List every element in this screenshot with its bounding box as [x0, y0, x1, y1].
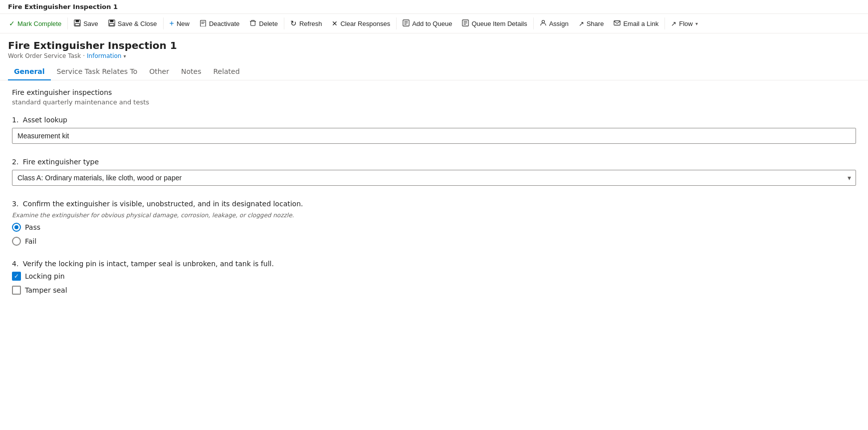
tab-related[interactable]: Related: [207, 63, 245, 80]
email-link-button[interactable]: Email a Link: [609, 16, 663, 31]
tab-general[interactable]: General: [8, 63, 51, 80]
flow-button[interactable]: ↗ Flow ▾: [666, 17, 702, 30]
question-1: 1. Asset lookup: [12, 116, 856, 144]
asset-lookup-input[interactable]: [12, 128, 856, 144]
question-3-hint: Examine the extinguisher for obvious phy…: [12, 212, 856, 219]
question-3-radio-group: Pass Fail: [12, 223, 856, 246]
svg-rect-4: [110, 19, 113, 21]
title-bar-text: Fire Extinguisher Inspection 1: [8, 3, 118, 10]
breadcrumb-separator: ·: [83, 52, 85, 59]
refresh-icon: ↻: [290, 19, 297, 28]
share-icon: ↗: [579, 20, 584, 27]
divider: [284, 17, 284, 29]
breadcrumb2-link[interactable]: Information: [87, 52, 121, 59]
form-content: Fire extinguisher inspections standard q…: [0, 80, 868, 317]
queue-item-details-button[interactable]: Queue Item Details: [457, 16, 532, 31]
question-3-label: 3. Confirm the extinguisher is visible, …: [12, 200, 856, 208]
breadcrumb1: Work Order Service Task: [8, 52, 81, 59]
deactivate-button[interactable]: Deactivate: [195, 16, 244, 31]
fire-extinguisher-type-input[interactable]: [12, 170, 856, 186]
clear-responses-button[interactable]: ✕ Clear Responses: [327, 16, 395, 30]
new-button[interactable]: + New: [165, 16, 195, 30]
save-close-button[interactable]: Save & Close: [103, 16, 162, 31]
svg-rect-2: [75, 23, 80, 25]
check-icon: ✓: [9, 19, 15, 27]
radio-fail[interactable]: Fail: [12, 237, 856, 246]
email-icon: [614, 19, 621, 28]
tab-service-task-relates-to[interactable]: Service Task Relates To: [51, 63, 144, 80]
assign-icon: [540, 19, 547, 28]
mark-complete-button[interactable]: ✓ Mark Complete: [4, 16, 66, 30]
svg-point-18: [542, 20, 544, 22]
locking-pin-label: Locking pin: [25, 272, 65, 280]
tab-notes[interactable]: Notes: [175, 63, 207, 80]
divider: [396, 17, 397, 29]
toolbar: ✓ Mark Complete Save Save & Close + New: [0, 14, 868, 33]
tamper-seal-checkbox: [12, 286, 21, 295]
form-description: Fire extinguisher inspections: [12, 88, 856, 96]
flow-icon: ↗: [671, 20, 676, 27]
question-2-label: 2. Fire extinguisher type: [12, 158, 856, 166]
question-2-number: 2.: [12, 158, 18, 166]
question-3-number: 3.: [12, 200, 18, 208]
queue-icon: [403, 19, 410, 28]
radio-fail-circle: [12, 237, 21, 246]
form-subdescription: standard quarterly maintenance and tests: [12, 98, 856, 106]
question-1-number: 1.: [12, 116, 18, 124]
queue-details-icon: [462, 19, 469, 28]
question-2: 2. Fire extinguisher type ▾: [12, 158, 856, 186]
radio-pass-circle: [12, 223, 21, 232]
page-header: Fire Extinguisher Inspection 1 Work Orde…: [0, 33, 868, 59]
question-3: 3. Confirm the extinguisher is visible, …: [12, 200, 856, 246]
divider: [163, 17, 164, 29]
add-to-queue-button[interactable]: Add to Queue: [398, 16, 457, 31]
page-title: Fire Extinguisher Inspection 1: [8, 39, 860, 51]
delete-icon: [249, 19, 256, 28]
assign-button[interactable]: Assign: [535, 16, 574, 31]
new-icon: +: [170, 19, 174, 27]
flow-chevron-icon: ▾: [695, 21, 698, 26]
tamper-seal-label: Tamper seal: [25, 286, 67, 294]
question-4-checkbox-group: Locking pin Tamper seal: [12, 272, 856, 295]
radio-pass-label: Pass: [25, 223, 40, 231]
tab-other[interactable]: Other: [143, 63, 175, 80]
clear-icon: ✕: [332, 19, 338, 27]
save-button[interactable]: Save: [69, 16, 103, 31]
page-subtitle: Work Order Service Task · Information ▾: [8, 52, 860, 59]
question-4: 4. Verify the locking pin is intact, tam…: [12, 260, 856, 295]
question-4-label: 4. Verify the locking pin is intact, tam…: [12, 260, 856, 268]
deactivate-icon: [200, 19, 207, 28]
tabs-container: General Service Task Relates To Other No…: [0, 63, 868, 80]
title-bar: Fire Extinguisher Inspection 1: [0, 0, 868, 14]
save-close-icon: [108, 19, 115, 28]
svg-rect-9: [251, 21, 255, 25]
question-4-number: 4.: [12, 260, 18, 268]
chevron-down-icon[interactable]: ▾: [123, 53, 126, 59]
locking-pin-checkbox: [12, 272, 21, 281]
divider: [533, 17, 534, 29]
save-icon: [74, 19, 81, 28]
checkbox-tamper-seal[interactable]: Tamper seal: [12, 286, 856, 295]
svg-rect-19: [614, 20, 620, 25]
delete-button[interactable]: Delete: [244, 16, 283, 31]
divider: [67, 17, 68, 29]
radio-fail-label: Fail: [25, 237, 36, 245]
question-1-label: 1. Asset lookup: [12, 116, 856, 124]
svg-rect-5: [109, 23, 114, 25]
divider: [664, 17, 665, 29]
refresh-button[interactable]: ↻ Refresh: [285, 16, 327, 31]
share-button[interactable]: ↗ Share: [574, 17, 609, 30]
checkbox-locking-pin[interactable]: Locking pin: [12, 272, 856, 281]
radio-pass[interactable]: Pass: [12, 223, 856, 232]
svg-rect-1: [76, 19, 79, 21]
fire-extinguisher-type-dropdown-container: ▾: [12, 170, 856, 186]
